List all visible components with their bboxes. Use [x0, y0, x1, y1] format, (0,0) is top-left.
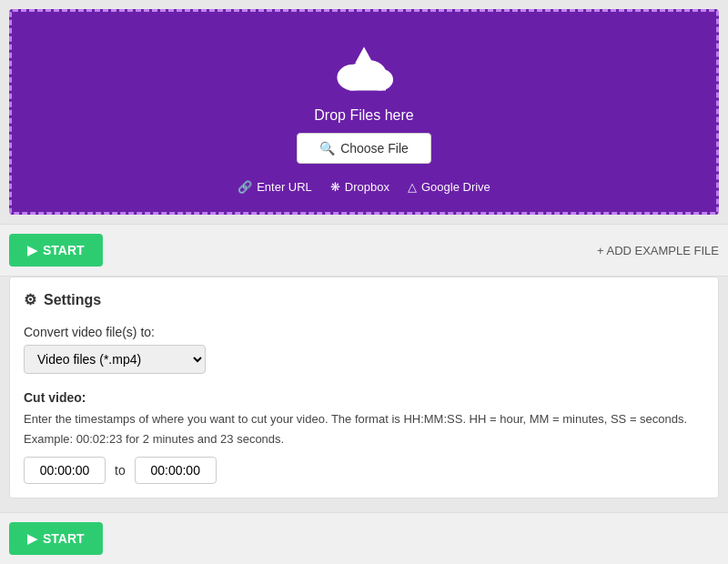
- enter-url-link[interactable]: 🔗 Enter URL: [238, 180, 312, 194]
- cut-video-description: Enter the timestamps of where you want t…: [24, 410, 704, 428]
- choose-file-label: Choose File: [340, 141, 409, 156]
- search-icon: 🔍: [319, 141, 335, 156]
- drop-zone[interactable]: Drop Files here 🔍 Choose File 🔗 Enter UR…: [9, 9, 719, 215]
- cut-video-section: Cut video: Enter the timestamps of where…: [24, 390, 704, 484]
- bottom-start-label: START: [43, 531, 85, 546]
- dropbox-label: Dropbox: [345, 180, 389, 194]
- start-button[interactable]: ▶ START: [9, 234, 103, 267]
- settings-gear-icon: ⚙: [24, 291, 36, 308]
- start-label: START: [43, 243, 85, 257]
- settings-header: ⚙ Settings: [24, 291, 704, 308]
- convert-label: Convert video file(s) to:: [24, 325, 704, 339]
- time-range: to: [24, 457, 704, 484]
- play-icon: ▶: [27, 243, 37, 257]
- format-select[interactable]: Video files (*.mp4)Video files (*.avi)Vi…: [24, 345, 206, 374]
- dropbox-link[interactable]: ❋ Dropbox: [330, 180, 389, 194]
- drop-files-text: Drop Files here: [314, 107, 413, 124]
- enter-url-label: Enter URL: [257, 180, 312, 194]
- drive-icon: △: [408, 180, 417, 194]
- convert-format-group: Convert video file(s) to: Video files (*…: [24, 325, 704, 374]
- add-example-label: + ADD EXAMPLE FILE: [597, 244, 719, 257]
- add-example-button[interactable]: + ADD EXAMPLE FILE: [597, 244, 719, 257]
- choose-file-button[interactable]: 🔍 Choose File: [297, 133, 431, 164]
- settings-panel: ⚙ Settings Convert video file(s) to: Vid…: [9, 277, 719, 499]
- dropbox-icon: ❋: [330, 180, 340, 194]
- cut-video-label: Cut video:: [24, 390, 704, 405]
- source-links: 🔗 Enter URL ❋ Dropbox △ Google Drive: [238, 180, 490, 194]
- time-separator: to: [115, 463, 126, 478]
- google-drive-link[interactable]: △ Google Drive: [408, 180, 490, 194]
- bottom-play-icon: ▶: [27, 531, 37, 546]
- bottom-action-bar: ▶ START: [0, 512, 728, 564]
- google-drive-label: Google Drive: [421, 180, 490, 194]
- cut-video-example: Example: 00:02:23 for 2 minutes and 23 s…: [24, 432, 704, 446]
- link-icon: 🔗: [238, 180, 252, 194]
- settings-title: Settings: [44, 292, 101, 308]
- upload-cloud-icon: [328, 39, 400, 98]
- start-time-input[interactable]: [24, 457, 106, 484]
- end-time-input[interactable]: [135, 457, 217, 484]
- bottom-start-button[interactable]: ▶ START: [9, 522, 103, 555]
- svg-rect-3: [349, 75, 386, 91]
- action-bar: ▶ START + ADD EXAMPLE FILE: [0, 224, 728, 277]
